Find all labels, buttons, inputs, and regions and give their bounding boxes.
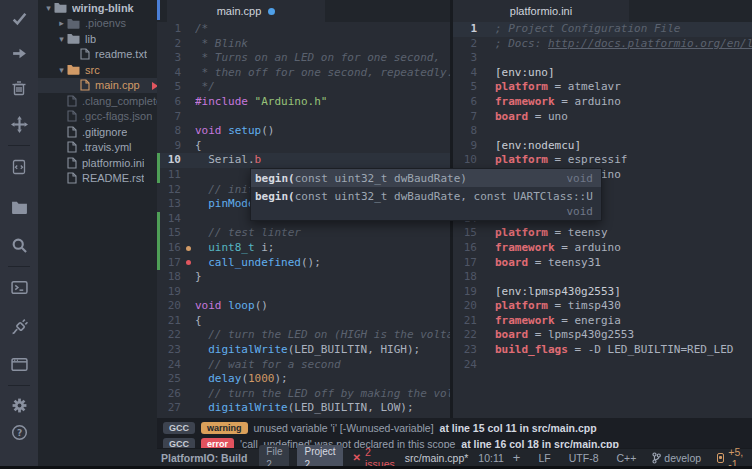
test-crossarrows-icon[interactable]	[0, 110, 38, 138]
code-line[interactable]: 10platform = espressif	[453, 153, 752, 168]
code-line[interactable]: 19[env:lpmsp430g2553]	[453, 285, 752, 300]
line-ending-indicator[interactable]: LF	[538, 452, 550, 464]
code-line[interactable]: 15platform = teensy	[453, 226, 752, 241]
code-line[interactable]: 20platform = timsp430	[453, 299, 752, 314]
code-line[interactable]: 1; Project Configuration File	[453, 22, 752, 37]
autocomplete-suggestion[interactable]: begin(const uint32_t dwBaudRate, const U…	[251, 187, 601, 220]
line-number: 9	[160, 139, 186, 154]
code-line[interactable]: 24 // wait for a second	[157, 358, 450, 373]
git-branch-indicator[interactable]: develop	[652, 452, 701, 464]
marker-spacer	[482, 139, 491, 154]
code-line[interactable]: 6framework = arduino	[453, 95, 752, 110]
code-line[interactable]: 15 // test linter	[157, 226, 450, 241]
code-line[interactable]: 7board = uno	[453, 110, 752, 125]
tool-badge: GCC	[163, 438, 195, 449]
chevron-down-icon[interactable]: ▾	[43, 3, 54, 13]
tree-item--gitignore[interactable]: .gitignore	[38, 124, 157, 140]
language-indicator[interactable]: C++	[616, 452, 636, 464]
tree-item-wiring-blink[interactable]: ▾wiring-blink	[38, 0, 157, 16]
code-line[interactable]: 20void loop()	[157, 299, 450, 314]
modified-dot-icon[interactable]	[268, 8, 275, 15]
code-line[interactable]: 9{	[157, 139, 450, 154]
chevron-down-icon[interactable]: ▾	[56, 65, 67, 75]
home-window-icon[interactable]	[0, 350, 38, 378]
autocomplete-suggestion[interactable]: begin(const uint32_t dwBaudRate)void	[251, 169, 601, 187]
tree-item--travis-yml[interactable]: .travis.yml	[38, 140, 157, 156]
code-line[interactable]: 23build_flags = -D LED_BUILTIN=RED_LED	[453, 343, 752, 358]
plus-icon[interactable]: +	[513, 453, 521, 463]
code-line[interactable]: 8void setup()	[157, 124, 450, 139]
cursor-position[interactable]: 10:11	[478, 452, 504, 464]
diagnostic-location[interactable]: at line 15 col 11 in src/main.cpp	[440, 422, 597, 434]
code-line[interactable]: 2 * Blink	[157, 37, 450, 52]
search-icon[interactable]	[0, 231, 38, 259]
code-line[interactable]: 17 call_undefined();	[157, 256, 450, 271]
tree-item-main-cpp[interactable]: main.cpp	[38, 78, 157, 94]
chevron-right-icon[interactable]: ▸	[56, 18, 67, 28]
folder-icon	[67, 18, 80, 29]
code-line[interactable]: 3 * Turns on an LED on for one second,	[157, 51, 450, 66]
clean-trash-icon[interactable]	[0, 74, 38, 102]
code-line[interactable]: 4 * then off for one second, repeatedly.	[157, 66, 450, 81]
issues-x-icon: ✕	[353, 452, 361, 463]
upload-arrow-icon[interactable]	[0, 39, 38, 67]
tree-item-src[interactable]: ▾src	[38, 62, 157, 78]
code-line[interactable]: 16framework = arduino	[453, 241, 752, 256]
code-line[interactable]: 26 // turn the LED off by making the vol…	[157, 387, 450, 402]
code-line[interactable]: 6#include "Arduino.h"	[157, 95, 450, 110]
code-line[interactable]: 22 // turn the LED on (HIGH is the volta…	[157, 328, 450, 343]
code-line[interactable]: 3	[453, 51, 752, 66]
tab-main-cpp[interactable]: main.cpp	[167, 0, 325, 22]
code-line[interactable]: 23 digitalWrite(LED_BUILTIN, HIGH);	[157, 343, 450, 358]
tree-item-readme-rst[interactable]: README.rst	[38, 171, 157, 187]
code-line[interactable]: 19	[157, 285, 450, 300]
warning-dot-icon	[186, 241, 195, 256]
platformio-build-status[interactable]: PlatformIO: Build	[161, 452, 247, 464]
tab-platformio-ini[interactable]: platformio.ini	[453, 0, 629, 22]
code-line[interactable]: 4[env:uno]	[453, 66, 752, 81]
code-line[interactable]: 17board = teensy31	[453, 256, 752, 271]
code-line[interactable]: 8	[453, 124, 752, 139]
tree-item--pioenvs[interactable]: ▸.pioenvs	[38, 16, 157, 32]
code-line[interactable]: 18	[453, 270, 752, 285]
tree-item--gcc-flags-json[interactable]: .gcc-flags.json	[38, 109, 157, 125]
code-line[interactable]: 25 delay(1000);	[157, 372, 450, 387]
diagnostic-row[interactable]: GCCwarningunused variable 'i' [-Wunused-…	[163, 421, 752, 434]
current-file-name[interactable]: src/main.cpp*	[405, 452, 469, 464]
tree-item-lib[interactable]: ▾lib	[38, 31, 157, 47]
marker-spacer	[186, 401, 195, 416]
code-line[interactable]: 5platform = atmelavr	[453, 80, 752, 95]
tree-item-readme-txt[interactable]: readme.txt	[38, 47, 157, 63]
code-line[interactable]: 10 Serial.b	[157, 153, 450, 168]
code-line[interactable]: 5 */	[157, 80, 450, 95]
code-line[interactable]: 27 digitalWrite(LED_BUILTIN, LOW);	[157, 401, 450, 416]
help-question-icon[interactable]: ?	[0, 418, 38, 446]
settings-gear-icon[interactable]	[0, 391, 38, 419]
tree-item--clang-complete[interactable]: .clang_complete	[38, 93, 157, 109]
code-text	[491, 124, 752, 139]
build-check-icon[interactable]	[0, 4, 38, 32]
terminal-icon[interactable]	[0, 273, 38, 301]
marker-spacer	[186, 37, 195, 52]
encoding-indicator[interactable]: UTF-8	[569, 452, 599, 464]
code-line[interactable]: 18}	[157, 270, 450, 285]
folder-icon[interactable]	[0, 192, 38, 220]
code-line[interactable]: 21framework = energia	[453, 314, 752, 329]
code-line[interactable]: 2; Docs: http://docs.platformio.org/en/l…	[453, 37, 752, 52]
chevron-down-icon[interactable]: ▾	[56, 34, 67, 44]
code-line[interactable]: 1/*	[157, 22, 450, 37]
code-line[interactable]: 9[env:nodemcu]	[453, 139, 752, 154]
code-line[interactable]: 24	[453, 358, 752, 373]
line-number: 6	[160, 95, 186, 110]
code-text: digitalWrite(LED_BUILTIN, HIGH);	[195, 343, 450, 358]
code-line[interactable]: 16 uint8_t i;	[157, 241, 450, 256]
code-line[interactable]: 21{	[157, 314, 450, 329]
code-line[interactable]: 7	[157, 110, 450, 125]
code-line[interactable]: 22board = lpmsp430g2553	[453, 328, 752, 343]
diagnostic-row[interactable]: GCCerror'call_undefined' was not declare…	[163, 437, 752, 448]
serial-plug-icon[interactable]	[0, 312, 38, 340]
diagnostic-location[interactable]: at line 16 col 18 in src/main.cpp	[461, 438, 619, 449]
tree-item-platformio-ini[interactable]: platformio.ini	[38, 155, 157, 171]
new-project-file-icon[interactable]	[0, 153, 38, 181]
marker-spacer	[186, 197, 195, 212]
